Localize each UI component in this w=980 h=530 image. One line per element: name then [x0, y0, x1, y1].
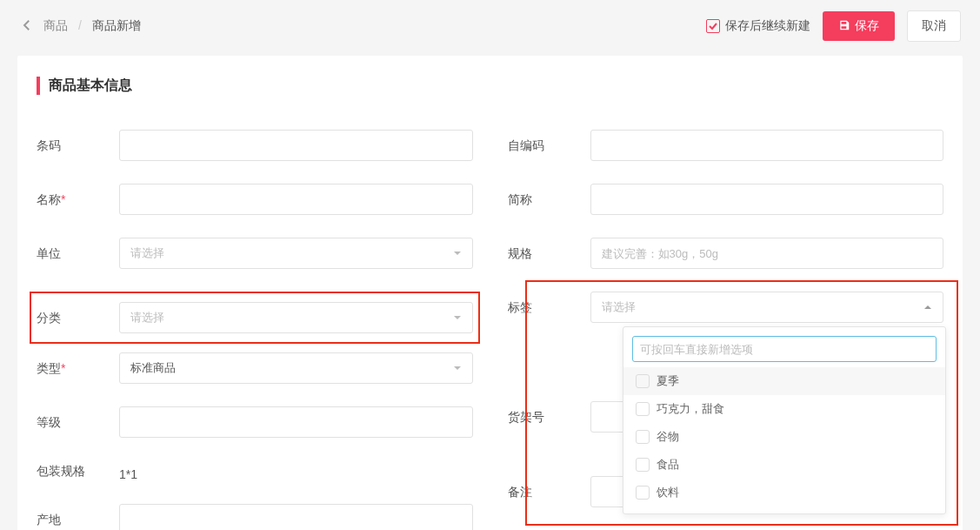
- tag-option-label: 巧克力，甜食: [657, 401, 724, 417]
- tag-option-label: 谷物: [657, 429, 679, 445]
- save-button[interactable]: 保存: [823, 11, 895, 41]
- continue-after-save-checkbox[interactable]: 保存后继续新建: [706, 18, 810, 34]
- save-label: 保存: [855, 18, 879, 34]
- chevron-up-icon: [923, 301, 932, 314]
- chevron-down-icon: [453, 247, 462, 260]
- spec-input[interactable]: [590, 238, 944, 269]
- tag-option[interactable]: 夏季: [623, 367, 945, 395]
- remark-label: 备注: [508, 483, 590, 500]
- checkbox-icon: [636, 374, 650, 388]
- spec-label: 规格: [508, 245, 590, 262]
- barcode-input[interactable]: [119, 130, 473, 161]
- checkbox-icon: [636, 430, 650, 444]
- unit-label: 单位: [37, 245, 119, 262]
- checkbox-icon: [636, 402, 650, 416]
- tag-option[interactable]: 谷物: [623, 423, 945, 451]
- unit-placeholder: 请选择: [130, 245, 164, 261]
- type-value: 标准商品: [130, 360, 176, 376]
- checkbox-icon: [636, 486, 650, 500]
- tag-option-label: 夏季: [657, 373, 679, 389]
- origin-label: 产地: [37, 511, 119, 528]
- tag-option-label: 食品: [657, 457, 679, 473]
- level-input[interactable]: [119, 406, 473, 438]
- name-input[interactable]: [119, 184, 473, 215]
- level-label: 等级: [37, 413, 119, 431]
- pack-value: 1*1: [119, 460, 473, 481]
- unit-select[interactable]: 请选择: [119, 238, 473, 269]
- cancel-button[interactable]: 取消: [907, 10, 961, 42]
- tag-label: 标签: [508, 299, 590, 316]
- category-label: 分类: [37, 309, 119, 326]
- continue-label: 保存后继续新建: [725, 18, 810, 34]
- breadcrumb-separator: /: [78, 18, 82, 32]
- short-label: 简称: [508, 191, 590, 208]
- tag-option[interactable]: 巧克力，甜食: [623, 395, 945, 423]
- section-title: 商品基本信息: [37, 77, 943, 95]
- tag-placeholder: 请选择: [602, 299, 636, 315]
- barcode-label: 条码: [37, 137, 119, 154]
- chevron-down-icon: [453, 362, 462, 375]
- chevron-down-icon: [453, 312, 462, 325]
- origin-input[interactable]: [119, 504, 473, 530]
- tag-dropdown-search[interactable]: [632, 336, 937, 362]
- type-label: 类型*: [37, 359, 119, 377]
- category-select[interactable]: 请选择: [119, 302, 473, 333]
- name-label: 名称*: [37, 191, 119, 208]
- tag-select[interactable]: 请选择: [590, 292, 944, 323]
- tag-option-label: 饮料: [657, 485, 679, 500]
- short-input[interactable]: [590, 184, 944, 215]
- breadcrumb-root[interactable]: 商品: [43, 18, 68, 32]
- shelf-label: 货架号: [508, 408, 590, 426]
- selfcode-input[interactable]: [590, 130, 944, 161]
- tag-dropdown-search-input[interactable]: [640, 343, 929, 356]
- type-select[interactable]: 标准商品: [119, 352, 473, 384]
- save-icon: [838, 19, 850, 34]
- checkbox-checked-icon: [706, 19, 720, 33]
- tag-dropdown: 夏季 巧克力，甜食 谷物 食品 饮料: [623, 326, 946, 514]
- category-highlight: 分类 请选择: [30, 292, 480, 344]
- tag-option[interactable]: 饮料: [623, 479, 945, 507]
- checkbox-icon: [636, 458, 650, 472]
- pack-label: 包装规格: [37, 462, 119, 480]
- category-placeholder: 请选择: [130, 310, 164, 325]
- breadcrumb: 商品 / 商品新增: [43, 18, 141, 34]
- tag-option[interactable]: 食品: [623, 451, 945, 479]
- back-icon[interactable]: [19, 17, 35, 36]
- breadcrumb-current: 商品新增: [92, 18, 141, 32]
- selfcode-label: 自编码: [508, 137, 590, 154]
